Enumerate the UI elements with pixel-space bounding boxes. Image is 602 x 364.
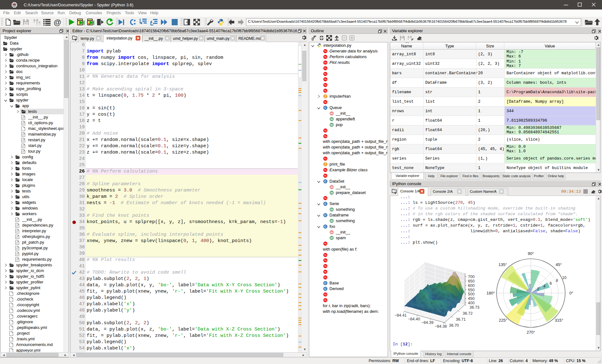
svg-text:C: C bbox=[324, 281, 327, 285]
svg-text:315°: 315° bbox=[555, 318, 563, 323]
svg-text:45°: 45° bbox=[556, 262, 562, 267]
svg-text:36.71: 36.71 bbox=[456, 317, 466, 322]
svg-text:%: % bbox=[324, 298, 327, 302]
svg-text:%: % bbox=[324, 78, 327, 81]
svg-text:400: 400 bbox=[468, 301, 475, 305]
svg-text:%: % bbox=[324, 276, 327, 279]
svg-text:%: % bbox=[324, 66, 327, 70]
svg-text:90°: 90° bbox=[528, 251, 534, 256]
svg-text:650: 650 bbox=[468, 279, 475, 283]
svg-text:%: % bbox=[324, 83, 327, 87]
svg-text:%: % bbox=[324, 168, 327, 172]
svg-text:%: % bbox=[324, 264, 327, 268]
svg-text:%: % bbox=[324, 100, 327, 104]
svg-text:135°: 135° bbox=[499, 262, 507, 267]
svg-text:%: % bbox=[324, 129, 327, 132]
svg-text:C: C bbox=[324, 214, 327, 217]
svg-text:%: % bbox=[324, 72, 327, 76]
svg-text:550: 550 bbox=[468, 288, 475, 292]
svg-text:270°: 270° bbox=[527, 330, 535, 335]
svg-text:−84.39: −84.39 bbox=[421, 320, 433, 325]
svg-text:%: % bbox=[324, 242, 327, 245]
svg-text:450: 450 bbox=[468, 296, 475, 301]
svg-text:6: 6 bbox=[550, 281, 552, 286]
svg-text:2: 2 bbox=[537, 287, 539, 291]
svg-text:m: m bbox=[330, 191, 333, 194]
svg-text:%: % bbox=[324, 61, 327, 64]
svg-text:%: % bbox=[324, 197, 327, 200]
svg-text:36.73: 36.73 bbox=[470, 305, 479, 310]
svg-text:C: C bbox=[324, 225, 327, 228]
svg-text:%: % bbox=[324, 174, 327, 177]
svg-text:10: 10 bbox=[562, 276, 567, 280]
svg-text:180°: 180° bbox=[487, 291, 495, 295]
svg-text:225°: 225° bbox=[499, 318, 507, 323]
svg-text:700: 700 bbox=[468, 275, 475, 279]
svg-text:%: % bbox=[324, 157, 327, 160]
svg-text:4: 4 bbox=[544, 284, 546, 288]
svg-text:0°: 0° bbox=[569, 291, 573, 295]
svg-text:500: 500 bbox=[468, 292, 475, 296]
svg-text:36.70: 36.70 bbox=[449, 323, 459, 328]
svg-text:−84.41: −84.41 bbox=[395, 313, 407, 318]
svg-text:m: m bbox=[330, 236, 333, 240]
svg-text:%: % bbox=[324, 89, 327, 92]
svg-text:600: 600 bbox=[468, 283, 475, 288]
svg-text:%: % bbox=[324, 270, 327, 273]
svg-text:%: % bbox=[324, 253, 327, 257]
svg-text:C: C bbox=[324, 106, 327, 109]
svg-text:%: % bbox=[324, 293, 327, 296]
svg-text:C: C bbox=[324, 202, 327, 206]
svg-text:C: C bbox=[324, 179, 327, 183]
svg-text:%: % bbox=[324, 134, 327, 138]
svg-text:m: m bbox=[330, 118, 333, 121]
svg-text:%: % bbox=[324, 55, 327, 58]
svg-text:−84.38: −84.38 bbox=[435, 324, 447, 329]
svg-text:8: 8 bbox=[556, 278, 558, 283]
svg-text:m: m bbox=[330, 123, 333, 126]
svg-text:−84.40: −84.40 bbox=[408, 317, 420, 321]
svg-text:m: m bbox=[330, 219, 333, 222]
svg-text:m: m bbox=[330, 208, 333, 211]
svg-text:%: % bbox=[324, 49, 327, 53]
svg-text:36.72: 36.72 bbox=[463, 311, 472, 316]
svg-text:C: C bbox=[324, 287, 327, 290]
svg-text:%: % bbox=[324, 259, 327, 262]
